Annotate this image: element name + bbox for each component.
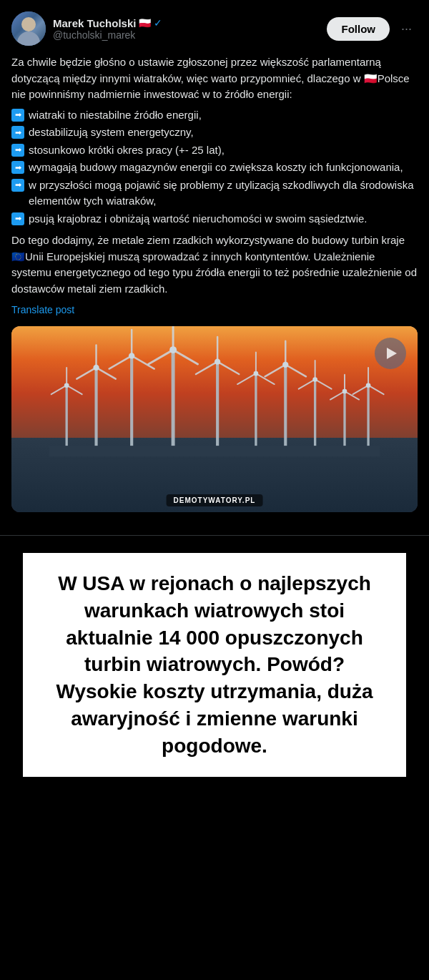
tweet-body: Za chwile będzie głośno o ustawie zgłosz… [11,54,418,318]
bullet-item: ➡psują krajobraz i obniżają wartość nier… [11,211,418,227]
svg-line-3 [66,386,82,394]
bullet-item: ➡wiatraki to niestabilne źródło energii, [11,107,418,124]
bottom-text-content: W USA w rejonach o najlepszych warunkach… [23,553,406,777]
svg-line-33 [285,365,306,377]
user-handle: @tucholski_marek [53,29,162,41]
svg-rect-10 [130,356,133,456]
svg-rect-15 [172,350,175,456]
bullet-arrow-icon: ➡ [11,179,24,192]
bullet-arrow-icon: ➡ [11,212,24,225]
play-icon-circle[interactable] [375,338,406,369]
tweet-outro: Do tego dodajmy, że metale ziem rzadkich… [11,232,418,297]
header-actions: Follow ··· [327,17,418,41]
bullet-item: ➡wymagają budowy magazynów energii co zw… [11,160,418,176]
svg-line-49 [353,386,368,394]
bullet-arrow-icon: ➡ [11,144,24,157]
bullet-item: ➡destabilizują system energetyczny, [11,124,418,141]
bullet-text: wiatraki to niestabilne źródło energii, [29,107,418,124]
svg-rect-45 [367,386,369,456]
svg-line-24 [196,362,217,374]
image-badge: DEMOTYWATORY.PL [167,494,263,506]
bullet-text: w przyszłości mogą pojawić się problemy … [29,177,418,210]
bullet-text: stosunkowo krótki okres pracy (+- 25 lat… [29,142,418,159]
user-name: Marek Tucholski [53,17,136,29]
follow-button[interactable]: Follow [327,17,390,41]
svg-line-8 [97,368,116,379]
svg-line-44 [330,391,345,400]
svg-rect-35 [314,379,316,456]
svg-rect-20 [216,362,219,456]
more-button[interactable]: ··· [395,19,418,39]
bullet-arrow-icon: ➡ [11,109,24,122]
svg-line-29 [237,373,256,384]
svg-line-39 [299,379,315,388]
user-text: Marek Tucholski 🇵🇱 ✓ @tucholski_marek [53,17,162,41]
svg-rect-25 [255,373,257,456]
bullet-text: destabilizują system energetyczny, [29,124,418,141]
bullet-item: ➡stosunkowo krótki okres pracy (+- 25 la… [11,142,418,159]
wind-farm-image [11,326,418,512]
svg-line-23 [217,362,239,374]
svg-line-48 [368,386,383,394]
bullet-arrow-icon: ➡ [11,126,24,139]
svg-rect-5 [94,368,97,456]
user-info: Marek Tucholski 🇵🇱 ✓ @tucholski_marek [11,11,162,46]
bullet-text: wymagają budowy magazynów energii co zwi… [29,160,418,176]
svg-rect-50 [49,446,380,456]
svg-rect-0 [66,386,68,456]
tweet-image: DEMOTYWATORY.PL [11,326,418,512]
tweet-intro: Za chwile będzie głośno o ustawie zgłosz… [11,54,418,103]
svg-line-19 [149,350,173,364]
svg-line-4 [51,386,66,394]
svg-line-38 [315,379,332,388]
svg-line-9 [77,368,96,379]
bullet-text: psują krajobraz i obniżają wartość nieru… [29,211,418,227]
bottom-section: W USA w rejonach o najlepszych warunkach… [0,536,429,794]
avatar [11,11,46,46]
bullet-arrow-icon: ➡ [11,161,24,174]
svg-line-34 [265,365,286,377]
verified-icon: ✓ [154,17,162,29]
flag-icon: 🇵🇱 [139,17,151,29]
svg-rect-30 [284,365,287,456]
translate-link[interactable]: Translate post [11,303,418,318]
user-name-row: Marek Tucholski 🇵🇱 ✓ [53,17,162,29]
bullet-item: ➡w przyszłości mogą pojawić się problemy… [11,177,418,210]
svg-line-14 [109,356,132,368]
svg-line-28 [256,373,275,384]
turbines-container [11,326,418,456]
bullet-list: ➡wiatraki to niestabilne źródło energii,… [11,107,418,227]
tweet-card: Marek Tucholski 🇵🇱 ✓ @tucholski_marek Fo… [0,0,429,536]
svg-line-18 [173,350,197,364]
tweet-header: Marek Tucholski 🇵🇱 ✓ @tucholski_marek Fo… [11,11,418,46]
play-triangle [387,348,397,359]
